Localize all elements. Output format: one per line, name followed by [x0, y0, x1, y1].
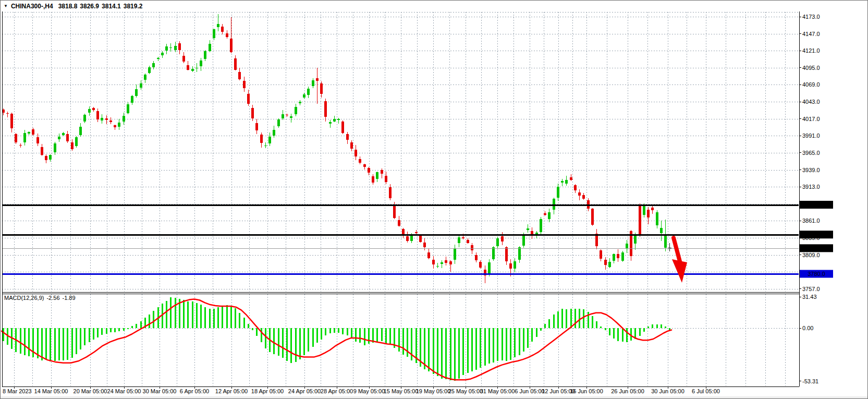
- macd-histogram-bar: [493, 328, 494, 362]
- candle-body: [350, 142, 353, 149]
- candle-body: [312, 80, 314, 86]
- macd-histogram-bar: [101, 328, 103, 335]
- candle-body: [595, 234, 598, 246]
- macd-histogram-bar: [389, 328, 391, 345]
- candle-body: [28, 132, 30, 134]
- macd-histogram-bar: [187, 301, 189, 328]
- candle-body: [626, 244, 628, 248]
- candle-body: [621, 252, 624, 261]
- candle-body: [333, 119, 336, 122]
- ohlc-values: 3818.8 3826.9 3814.1 3819.2: [58, 3, 143, 10]
- macd-histogram-bar: [50, 328, 51, 361]
- ohlc-low: 3814.1: [102, 3, 121, 10]
- candle-body: [410, 236, 413, 241]
- price-tick-label: 4173.0: [802, 14, 820, 20]
- candle-body: [268, 137, 271, 143]
- macd-histogram-bar: [131, 326, 133, 328]
- macd-histogram-bar: [67, 328, 68, 360]
- macd-histogram-bar: [480, 328, 481, 368]
- candle-body: [372, 176, 374, 183]
- macd-histogram-bar: [643, 328, 645, 332]
- candle-body: [83, 115, 86, 122]
- macd-histogram-bar: [574, 309, 576, 328]
- macd-histogram-bar: [613, 328, 615, 338]
- candle-body: [475, 255, 478, 260]
- time-tick-label: 15 May 05:00: [384, 388, 419, 394]
- macd-histogram-bar: [127, 328, 129, 329]
- price-tick-label: 4017.0: [802, 116, 820, 122]
- candle-body: [273, 130, 275, 136]
- candle-body: [368, 168, 370, 173]
- candle-body: [178, 43, 181, 50]
- window-bottom-strip: [1, 396, 868, 399]
- candle-body: [634, 235, 637, 244]
- price-badge-label: 3840.0: [808, 232, 825, 238]
- candle-body: [398, 220, 400, 226]
- candle-body: [613, 254, 615, 261]
- macd-histogram-bar: [20, 328, 21, 354]
- macd-histogram-bar: [24, 328, 26, 355]
- macd-histogram-bar: [106, 328, 107, 334]
- candle-body: [58, 137, 60, 139]
- macd-histogram-bar: [261, 328, 262, 342]
- macd-histogram-bar: [450, 328, 451, 380]
- macd-histogram-bar: [278, 328, 279, 356]
- candle-body: [376, 172, 378, 179]
- time-axis[interactable]: 8 Mar 202314 Mar 05:0020 Mar 05:0024 Mar…: [3, 386, 720, 394]
- macd-histogram-bar: [467, 328, 469, 373]
- macd-histogram-bar: [217, 307, 219, 328]
- candle-body: [251, 108, 254, 118]
- candle-body: [299, 102, 301, 103]
- macd-histogram-bar: [579, 309, 580, 328]
- candle-body: [277, 119, 280, 126]
- candle-body: [402, 229, 405, 234]
- macd-histogram-bar: [433, 328, 434, 374]
- candle-body: [617, 254, 619, 258]
- price-tick-label: 3965.0: [802, 150, 820, 156]
- price-tick-label: 4069.0: [802, 81, 820, 88]
- candle-body: [324, 101, 327, 117]
- candle-body: [41, 147, 43, 155]
- candle-body: [36, 137, 39, 143]
- macd-histogram-bar: [428, 328, 430, 371]
- candle-body: [467, 240, 469, 243]
- candle-body: [204, 51, 206, 59]
- candle-body: [290, 116, 292, 118]
- candle-body: [561, 181, 564, 183]
- macd-histogram-bar: [252, 328, 253, 330]
- macd-histogram-bar: [519, 328, 520, 355]
- macd-histogram-bar: [544, 324, 546, 328]
- candle-body: [187, 65, 189, 70]
- candle-body: [221, 27, 224, 32]
- macd-histogram-bar: [471, 328, 473, 371]
- macd-histogram-bar: [239, 313, 240, 328]
- candle-body: [118, 123, 120, 127]
- symbol-dropdown-icon[interactable]: ▼: [4, 4, 8, 9]
- candle-body: [123, 116, 125, 122]
- candle-body: [471, 245, 473, 250]
- candle-body: [243, 81, 246, 89]
- macd-histogram-bar: [376, 328, 378, 342]
- macd-histogram-bar: [28, 328, 30, 356]
- macd-histogram-bar: [462, 328, 464, 375]
- candle-body: [436, 266, 439, 267]
- macd-histogram-bar: [342, 328, 344, 334]
- candle-body: [565, 180, 568, 183]
- macd-histogram-bar: [41, 328, 43, 360]
- candle-body: [548, 212, 551, 219]
- candle-body: [174, 46, 177, 50]
- macd-histogram-bar: [140, 321, 142, 328]
- time-tick-label: 28 Apr 05:00: [321, 388, 353, 394]
- macd-indicator-label: MACD(12,26,9) -2.56 -1.89: [4, 295, 76, 301]
- candle-body: [140, 83, 142, 87]
- candle-body: [295, 107, 297, 114]
- macd-histogram-bar: [647, 327, 649, 328]
- time-tick-label: 8 Mar 2023: [3, 388, 32, 394]
- macd-histogram-bar: [222, 306, 223, 328]
- macd-histogram-bar: [506, 328, 507, 361]
- macd-histogram-bar: [475, 328, 477, 370]
- macd-histogram-bar: [639, 328, 641, 336]
- macd-histogram-bar: [312, 328, 314, 347]
- macd-histogram-bar: [347, 328, 348, 335]
- candle-body: [582, 195, 585, 199]
